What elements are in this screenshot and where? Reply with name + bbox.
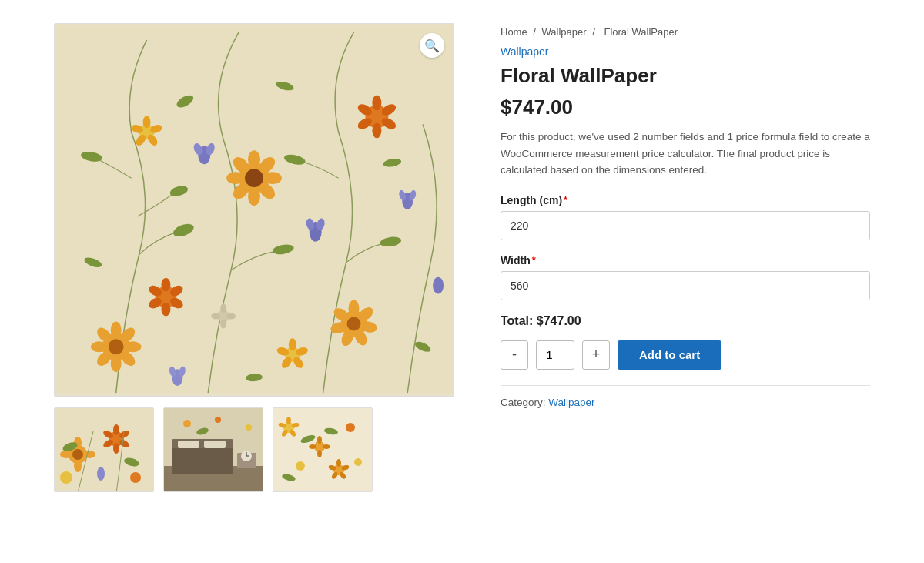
svg-point-129 xyxy=(323,444,330,449)
svg-point-32 xyxy=(248,150,260,169)
width-input[interactable] xyxy=(500,271,870,300)
svg-point-11 xyxy=(125,341,142,352)
thumbnail-2[interactable] xyxy=(163,407,263,492)
length-input[interactable] xyxy=(500,211,870,240)
svg-point-92 xyxy=(60,451,72,458)
svg-point-118 xyxy=(246,424,252,431)
svg-point-90 xyxy=(83,451,95,458)
breadcrumb: Home / Wallpaper / Floral WallPaper xyxy=(500,26,870,38)
svg-point-91 xyxy=(74,460,82,472)
svg-point-13 xyxy=(111,355,122,372)
thumbnail-row xyxy=(54,407,454,492)
svg-point-9 xyxy=(111,321,122,338)
product-description: For this product, we've used 2 number fi… xyxy=(500,129,870,179)
width-required: * xyxy=(532,254,536,266)
cart-row: - + Add to cart xyxy=(500,340,870,370)
svg-point-94 xyxy=(113,424,119,435)
length-field-group: Length (cm)* xyxy=(500,194,870,240)
breadcrumb-product: Floral WallPaper xyxy=(604,26,678,38)
qty-plus-button[interactable]: + xyxy=(582,340,610,370)
add-to-cart-button[interactable]: Add to cart xyxy=(618,340,721,370)
svg-point-77 xyxy=(226,313,236,319)
svg-point-25 xyxy=(143,116,151,128)
zoom-icon[interactable]: 🔍 xyxy=(420,33,444,58)
svg-point-103 xyxy=(60,471,72,484)
svg-point-140 xyxy=(354,458,362,466)
svg-point-49 xyxy=(349,300,360,317)
svg-point-44 xyxy=(372,122,381,138)
svg-point-41 xyxy=(372,96,381,111)
product-price: $747.00 xyxy=(500,96,870,119)
svg-point-104 xyxy=(130,472,141,483)
svg-point-132 xyxy=(346,423,355,432)
category-link-top[interactable]: Wallpaper xyxy=(500,45,870,58)
svg-point-100 xyxy=(97,467,105,481)
svg-point-38 xyxy=(226,172,245,184)
svg-point-48 xyxy=(347,317,361,330)
product-meta: Category: Wallpaper xyxy=(500,385,870,408)
total-value: $747.00 xyxy=(537,314,581,327)
svg-point-34 xyxy=(263,172,282,184)
thumbnail-3[interactable] xyxy=(273,407,373,492)
svg-rect-111 xyxy=(204,441,226,448)
svg-point-135 xyxy=(336,459,341,467)
svg-point-131 xyxy=(309,444,316,449)
svg-point-133 xyxy=(296,461,305,471)
length-required: * xyxy=(564,194,567,206)
svg-point-8 xyxy=(109,339,124,354)
svg-rect-110 xyxy=(178,441,199,448)
main-product-image xyxy=(55,24,454,394)
width-field-group: Width* xyxy=(500,254,870,300)
svg-point-130 xyxy=(317,450,322,457)
page-container: 🔍 xyxy=(38,0,886,515)
svg-point-78 xyxy=(220,319,226,328)
length-label: Length (cm)* xyxy=(500,194,870,206)
category-link-meta[interactable]: Wallpaper xyxy=(548,397,594,408)
total-line: Total: $747.00 xyxy=(500,314,870,328)
svg-point-88 xyxy=(72,449,83,460)
breadcrumb-home[interactable]: Home xyxy=(500,26,527,38)
svg-point-128 xyxy=(317,436,322,444)
svg-point-117 xyxy=(215,417,221,423)
product-gallery: 🔍 xyxy=(54,23,454,492)
svg-point-79 xyxy=(211,313,220,319)
svg-point-15 xyxy=(91,341,108,352)
svg-point-74 xyxy=(433,277,444,294)
width-label: Width* xyxy=(500,254,870,266)
svg-point-31 xyxy=(245,169,263,187)
product-title: Floral WallPaper xyxy=(500,64,870,88)
svg-point-18 xyxy=(161,278,170,292)
product-details: Home / Wallpaper / Floral WallPaper Wall… xyxy=(500,23,870,408)
svg-point-97 xyxy=(113,443,119,454)
qty-minus-button[interactable]: - xyxy=(500,340,528,370)
thumbnail-1[interactable] xyxy=(54,407,154,492)
svg-point-76 xyxy=(220,304,226,313)
svg-point-36 xyxy=(248,187,260,206)
quantity-input[interactable] xyxy=(536,340,574,370)
svg-point-116 xyxy=(183,420,191,427)
breadcrumb-category[interactable]: Wallpaper xyxy=(542,26,587,38)
category-label: Category: xyxy=(500,397,546,408)
svg-point-57 xyxy=(289,338,296,350)
svg-point-21 xyxy=(161,303,170,317)
svg-point-122 xyxy=(286,417,291,424)
main-image-wrapper: 🔍 xyxy=(54,23,454,397)
